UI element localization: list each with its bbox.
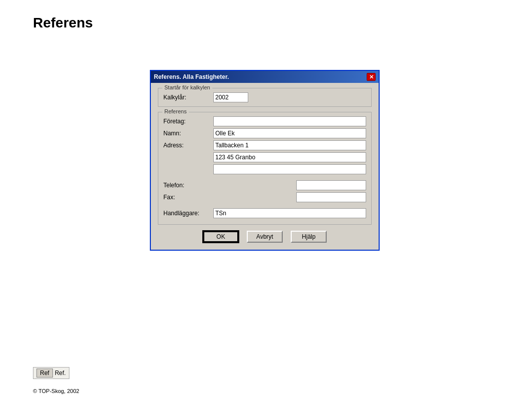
adress-row-2 xyxy=(163,152,366,162)
referens-legend: Referens xyxy=(162,108,189,114)
handlaggare-label: Handläggare: xyxy=(163,210,213,217)
fax-input[interactable] xyxy=(296,192,366,202)
foretag-input[interactable] xyxy=(213,116,366,126)
dialog-titlebar: Referens. Alla Fastigheter. ✕ xyxy=(151,71,379,83)
ref-toolbar-item[interactable]: Ref Ref. xyxy=(33,367,69,379)
ok-button[interactable]: OK xyxy=(203,231,239,243)
dialog-body: Startår för kalkylen Kalkylår: Referens … xyxy=(151,83,379,250)
telefon-input[interactable] xyxy=(296,180,366,190)
foretag-label: Företag: xyxy=(163,118,213,125)
buttons-row: OK Avbryt Hjälp xyxy=(158,231,372,243)
bottom-bar: Ref Ref. xyxy=(33,367,69,379)
foretag-row: Företag: xyxy=(163,116,366,126)
namn-input[interactable] xyxy=(213,128,366,138)
kalkylar-input[interactable] xyxy=(213,92,248,102)
cancel-button[interactable]: Avbryt xyxy=(247,231,283,243)
namn-label: Namn: xyxy=(163,130,213,137)
adress-row: Adress: xyxy=(163,140,366,150)
startyear-group: Startår för kalkylen Kalkylår: xyxy=(158,88,372,107)
close-button[interactable]: ✕ xyxy=(367,73,376,81)
telefon-label: Telefon: xyxy=(163,182,213,189)
adress-row-3 xyxy=(163,164,366,174)
telefon-row: Telefon: xyxy=(163,180,366,190)
adress-input-2[interactable] xyxy=(213,152,366,162)
adress-input-3[interactable] xyxy=(213,164,366,174)
ref-inner-label: Ref xyxy=(36,369,53,378)
kalkylar-row: Kalkylår: xyxy=(163,92,366,102)
kalkylar-label: Kalkylår: xyxy=(163,94,213,101)
fax-row: Fax: xyxy=(163,192,366,202)
fax-label: Fax: xyxy=(163,194,213,201)
adress-label: Adress: xyxy=(163,142,213,149)
dialog: Referens. Alla Fastigheter. ✕ Startår fö… xyxy=(150,70,380,251)
page-title: Referens xyxy=(33,15,93,31)
ref-button-label: Ref. xyxy=(55,370,66,377)
dialog-title: Referens. Alla Fastigheter. xyxy=(154,73,229,80)
help-button[interactable]: Hjälp xyxy=(291,231,327,243)
namn-row: Namn: xyxy=(163,128,366,138)
adress-input-1[interactable] xyxy=(213,140,366,150)
startyear-legend: Startår för kalkylen xyxy=(162,84,212,90)
handlaggare-row: Handläggare: xyxy=(163,208,366,218)
referens-group: Referens Företag: Namn: Adress: xyxy=(158,112,372,225)
copyright: © TOP-Skog, 2002 xyxy=(33,388,79,394)
handlaggare-input[interactable] xyxy=(213,208,366,218)
